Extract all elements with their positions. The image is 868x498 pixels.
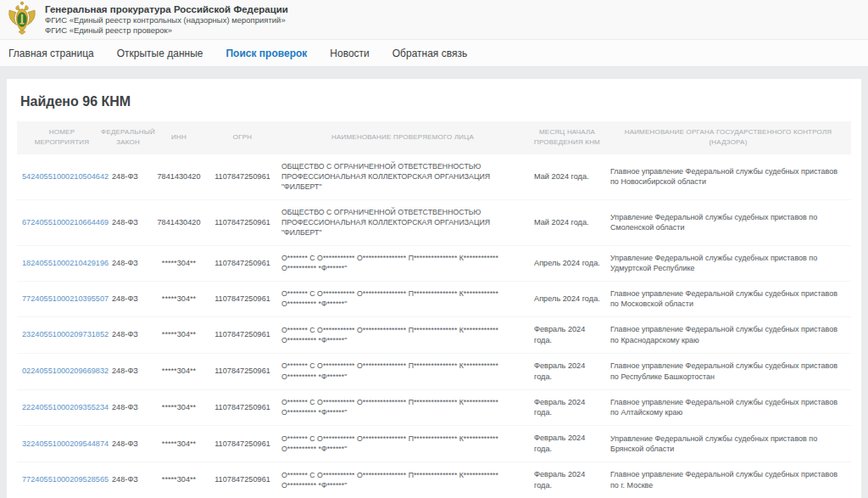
inn-cell: *****304** (149, 467, 209, 492)
col-header-authority: НАИМЕНОВАНИЕ ОРГАНА ГОСУДАРСТВЕННОГО КОН… (605, 121, 851, 154)
federal-law-cell: 248-ФЗ (107, 359, 149, 383)
results-table: НОМЕР МЕРОПРИЯТИЯ ФЕДЕРАЛЬНЫЙ ЗАКОН ИНН … (17, 121, 851, 498)
start-month-cell: Февраль 2024 года. (529, 462, 605, 498)
inn-cell: *****304** (149, 251, 209, 276)
col-header-number: НОМЕР МЕРОПРИЯТИЯ (17, 121, 107, 154)
inn-cell: *****304** (149, 287, 209, 311)
authority-cell: Управление Федеральной службы судебных п… (605, 427, 851, 462)
subject-name-cell: О******* С О*********** О***************… (276, 427, 529, 462)
table-row: 23240551000209731852 248-ФЗ *****304** 1… (17, 317, 851, 354)
ogrn-cell: 1107847250961 (209, 210, 276, 235)
results-card: Найдено 96 КНМ НОМЕР МЕРОПРИЯТИЯ ФЕДЕРАЛ… (7, 79, 861, 498)
table-row: 54240551000210504642 248-ФЗ 7841430420 1… (17, 154, 851, 200)
table-row: 77240551000209528565 248-ФЗ *****304** 1… (17, 462, 851, 498)
subject-name-cell: О******* С О*********** О***************… (276, 463, 529, 498)
federal-law-cell: 248-ФЗ (107, 395, 149, 420)
event-number-cell: 02240551000209669832 (17, 359, 107, 383)
event-number-cell: 67240551000210664469 (17, 210, 107, 235)
event-number-link[interactable]: 02240551000209669832 (22, 367, 108, 375)
nav-item-4[interactable]: Обратная связь (392, 48, 467, 59)
event-number-link[interactable]: 54240551000210504642 (22, 172, 108, 181)
inn-cell: 7841430420 (149, 165, 209, 189)
event-number-link[interactable]: 77240551000209528565 (22, 475, 108, 484)
event-number-cell: 32240551000209544874 (17, 432, 107, 456)
table-row: 77240551000210395507 248-ФЗ *****304** 1… (17, 282, 851, 317)
ogrn-cell: 1107847250961 (209, 287, 276, 311)
start-month-cell: Апрель 2024 года. (529, 287, 605, 311)
nav-item-2[interactable]: Поиск проверок (225, 48, 307, 59)
col-header-inn: ИНН (149, 121, 209, 154)
nav-item-3[interactable]: Новости (330, 48, 369, 59)
table-row: 32240551000209544874 248-ФЗ *****304** 1… (17, 426, 851, 462)
inn-cell: *****304** (149, 359, 209, 383)
subject-name-cell: ОБЩЕСТВО С ОГРАНИЧЕННОЙ ОТВЕТСТВЕННОСТЬЮ… (276, 154, 529, 199)
subject-name-cell: О******* С О*********** О***************… (276, 390, 529, 425)
col-header-law: ФЕДЕРАЛЬНЫЙ ЗАКОН (107, 121, 149, 154)
authority-cell: Главное управление Федеральной службы су… (605, 282, 851, 316)
table-row: 02240551000209669832 248-ФЗ *****304** 1… (17, 354, 851, 390)
event-number-link[interactable]: 22240551000209355234 (22, 403, 108, 411)
authority-cell: Главное управление Федеральной службы су… (605, 354, 851, 389)
start-month-cell: Февраль 2024 года. (529, 426, 605, 462)
inn-cell: *****304** (149, 432, 209, 456)
start-month-cell: Февраль 2024 года. (529, 354, 605, 389)
table-row: 18240551000210429196 248-ФЗ *****304** 1… (17, 246, 851, 282)
federal-law-cell: 248-ФЗ (107, 210, 149, 235)
inn-cell: *****304** (149, 395, 209, 420)
ogrn-cell: 1107847250961 (209, 251, 276, 276)
start-month-cell: Февраль 2024 года. (529, 390, 605, 426)
nav-item-1[interactable]: Открытые данные (117, 48, 203, 59)
table-row: 22240551000209355234 248-ФЗ *****304** 1… (17, 390, 851, 427)
federal-law-cell: 248-ФЗ (107, 251, 149, 276)
event-number-cell: 77240551000209528565 (17, 467, 107, 492)
federal-law-cell: 248-ФЗ (107, 287, 149, 311)
subject-name-cell: О******* С О*********** О***************… (276, 246, 529, 281)
event-number-link[interactable]: 18240551000210429196 (22, 259, 108, 267)
event-number-cell: 22240551000209355234 (17, 395, 107, 420)
start-month-cell: Май 2024 года. (529, 165, 605, 189)
authority-cell: Главное управление Федеральной службы су… (605, 390, 851, 425)
federal-law-cell: 248-ФЗ (107, 165, 149, 189)
event-number-cell: 18240551000210429196 (17, 251, 107, 276)
ogrn-cell: 1107847250961 (209, 165, 276, 189)
site-header: Генеральная прокуратура Российской Федер… (0, 0, 868, 40)
start-month-cell: Апрель 2024 года. (529, 251, 605, 276)
ogrn-cell: 1107847250961 (209, 322, 276, 347)
table-body: 54240551000210504642 248-ФЗ 7841430420 1… (17, 154, 851, 498)
col-header-month: МЕСЯЦ НАЧАЛА ПРОВЕДЕНИЯ КНМ (529, 121, 605, 154)
federal-law-cell: 248-ФЗ (107, 467, 149, 492)
nav-item-0[interactable]: Главная страница (8, 48, 94, 59)
inn-cell: 7841430420 (149, 210, 209, 235)
subject-name-cell: О******* С О*********** О***************… (276, 318, 529, 353)
authority-cell: Управление Федеральной службы судебных п… (605, 246, 851, 281)
table-header-row: НОМЕР МЕРОПРИЯТИЯ ФЕДЕРАЛЬНЫЙ ЗАКОН ИНН … (17, 121, 851, 154)
ogrn-cell: 1107847250961 (209, 432, 276, 456)
start-month-cell: Май 2024 года. (529, 210, 605, 235)
subject-name-cell: О******* С О*********** О***************… (276, 354, 529, 389)
col-header-ogrn: ОГРН (209, 121, 276, 154)
prosecutor-emblem-icon (7, 1, 37, 38)
inn-cell: *****304** (149, 322, 209, 347)
event-number-cell: 23240551000209731852 (17, 322, 107, 347)
authority-cell: Управление Федеральной службы судебных п… (605, 205, 851, 240)
event-number-cell: 77240551000210395507 (17, 287, 107, 311)
federal-law-cell: 248-ФЗ (107, 322, 149, 347)
subject-name-cell: ОБЩЕСТВО С ОГРАНИЧЕННОЙ ОТВЕТСТВЕННОСТЬЮ… (276, 200, 529, 245)
event-number-link[interactable]: 32240551000209544874 (22, 439, 108, 448)
authority-cell: Главное управление Федеральной службы су… (605, 462, 851, 497)
event-number-link[interactable]: 77240551000210395507 (22, 294, 108, 303)
authority-cell: Главное управление Федеральной службы су… (605, 317, 851, 352)
event-number-link[interactable]: 67240551000210664469 (22, 218, 108, 227)
subject-name-cell: О******* С О*********** О***************… (276, 282, 529, 316)
event-number-link[interactable]: 23240551000209731852 (22, 330, 108, 339)
fgis-line-1: ФГИС «Единый реестр контрольных (надзорн… (45, 15, 288, 25)
ogrn-cell: 1107847250961 (209, 395, 276, 420)
fgis-line-2: ФГИС «Единый реестр проверок» (45, 25, 288, 36)
results-count-title: Найдено 96 КНМ (20, 94, 851, 109)
col-header-name: НАИМЕНОВАНИЕ ПРОВЕРЯЕМОГО ЛИЦА (276, 121, 529, 154)
federal-law-cell: 248-ФЗ (107, 432, 149, 456)
table-row: 67240551000210664469 248-ФЗ 7841430420 1… (17, 200, 851, 246)
authority-cell: Главное управление Федеральной службы су… (605, 159, 851, 194)
ogrn-cell: 1107847250961 (209, 359, 276, 383)
org-name: Генеральная прокуратура Российской Федер… (45, 3, 288, 15)
